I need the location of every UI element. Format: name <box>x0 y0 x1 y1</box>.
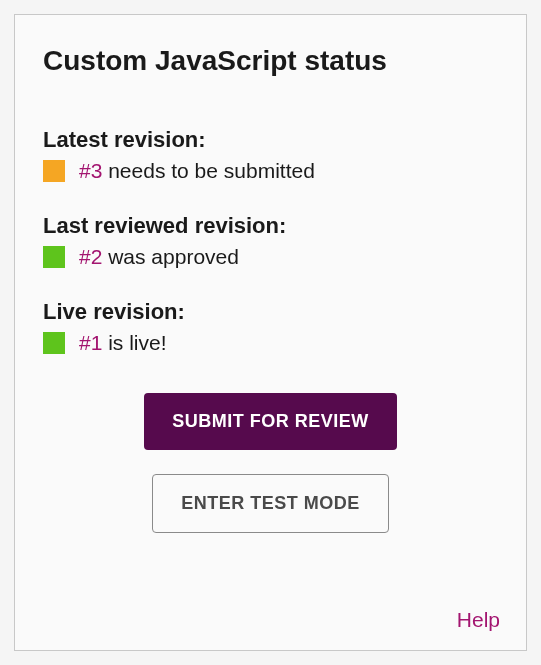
last-reviewed-revision-heading: Last reviewed revision: <box>43 213 498 239</box>
live-revision-number: #1 <box>79 331 102 354</box>
latest-revision-row: #3 needs to be submitted <box>43 159 498 183</box>
latest-revision-status: needs to be submitted <box>102 159 314 182</box>
button-stack: Submit for review Enter test mode <box>43 393 498 533</box>
last-reviewed-revision-text: #2 was approved <box>79 245 239 269</box>
status-swatch-pending-icon <box>43 160 65 182</box>
latest-revision-number: #3 <box>79 159 102 182</box>
status-panel: Custom JavaScript status Latest revision… <box>14 14 527 651</box>
last-reviewed-revision-block: Last reviewed revision: #2 was approved <box>43 213 498 269</box>
live-revision-block: Live revision: #1 is live! <box>43 299 498 355</box>
live-revision-row: #1 is live! <box>43 331 498 355</box>
last-reviewed-revision-row: #2 was approved <box>43 245 498 269</box>
status-swatch-approved-icon <box>43 246 65 268</box>
status-swatch-live-icon <box>43 332 65 354</box>
last-reviewed-revision-number: #2 <box>79 245 102 268</box>
last-reviewed-revision-status: was approved <box>102 245 239 268</box>
panel-title: Custom JavaScript status <box>43 45 498 77</box>
live-revision-text: #1 is live! <box>79 331 167 355</box>
live-revision-heading: Live revision: <box>43 299 498 325</box>
latest-revision-block: Latest revision: #3 needs to be submitte… <box>43 127 498 183</box>
live-revision-status: is live! <box>102 331 166 354</box>
latest-revision-text: #3 needs to be submitted <box>79 159 315 183</box>
latest-revision-heading: Latest revision: <box>43 127 498 153</box>
enter-test-mode-button[interactable]: Enter test mode <box>152 474 389 533</box>
help-link[interactable]: Help <box>457 608 500 632</box>
submit-for-review-button[interactable]: Submit for review <box>144 393 397 450</box>
